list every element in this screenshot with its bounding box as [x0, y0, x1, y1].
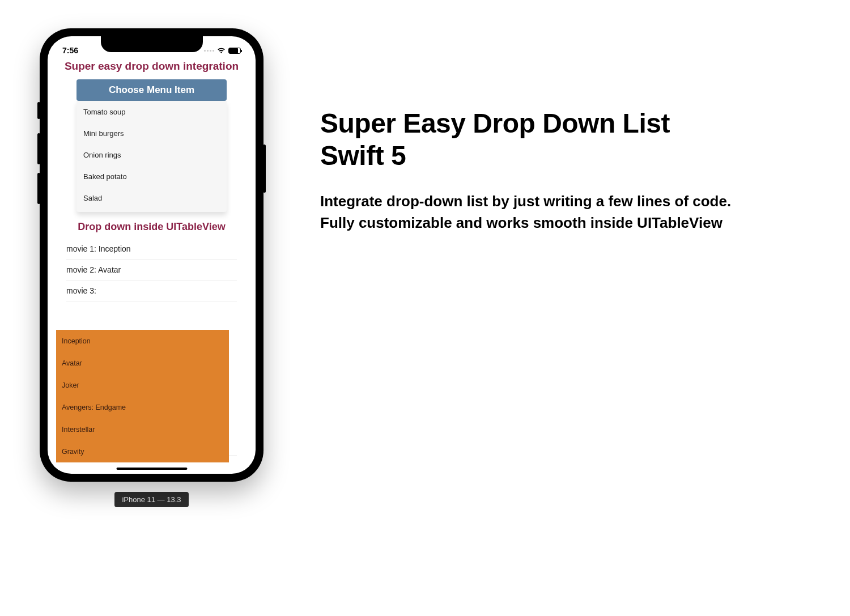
movie-option[interactable]: Avatar — [56, 352, 229, 374]
menu-item[interactable]: Mini burgers — [76, 122, 227, 144]
movie-option[interactable]: Interstellar — [56, 418, 229, 440]
movie-option[interactable]: Gravity — [56, 440, 229, 462]
battery-icon — [228, 48, 241, 54]
movie-option[interactable]: Inception — [56, 330, 229, 352]
iphone-frame: 7:56 Super easy drop down integration Ch… — [40, 28, 264, 482]
menu-item[interactable]: Onion rings — [76, 144, 227, 165]
simulator-label: iPhone 11 — 13.3 — [114, 492, 188, 507]
heading-line-1: Super Easy Drop Down List — [320, 108, 731, 140]
section-title-1: Super easy drop down integration — [56, 60, 247, 73]
movie-option[interactable]: Avengers: Endgame — [56, 396, 229, 418]
text-column: Super Easy Drop Down List Swift 5 Integr… — [320, 28, 731, 507]
screen: 7:56 Super easy drop down integration Ch… — [48, 36, 256, 474]
movie-option[interactable]: Joker — [56, 374, 229, 396]
page-title: Super Easy Drop Down List Swift 5 — [320, 108, 731, 172]
notch — [101, 36, 203, 52]
menu-dropdown-list: Tomato soup Mini burgers Onion rings Bak… — [76, 101, 227, 212]
device-column: 7:56 Super easy drop down integration Ch… — [40, 28, 264, 507]
menu-item[interactable]: Baked potato — [76, 165, 227, 187]
wifi-icon — [217, 48, 226, 54]
heading-line-2: Swift 5 — [320, 140, 731, 172]
status-icons — [204, 48, 241, 54]
menu-item[interactable]: Salad — [76, 187, 227, 209]
table-row[interactable]: movie 2: Avatar — [66, 260, 237, 281]
section-title-2: Drop down inside UITableView — [56, 221, 247, 233]
status-time: 7:56 — [62, 46, 78, 55]
desc-line-1: Integrate drop-down list by just writing… — [320, 191, 731, 213]
movie-dropdown-list: Inception Avatar Joker Avengers: Endgame… — [56, 330, 229, 462]
menu-item[interactable]: Tomato soup — [76, 101, 227, 122]
cellular-icon — [204, 50, 214, 52]
page-description: Integrate drop-down list by just writing… — [320, 191, 731, 233]
home-indicator — [116, 468, 187, 470]
table-row[interactable]: movie 1: Inception — [66, 239, 237, 260]
desc-line-2: Fully customizable and works smooth insi… — [320, 213, 731, 234]
choose-menu-button[interactable]: Choose Menu Item — [76, 79, 227, 101]
table-row[interactable]: movie 3: — [66, 281, 237, 301]
